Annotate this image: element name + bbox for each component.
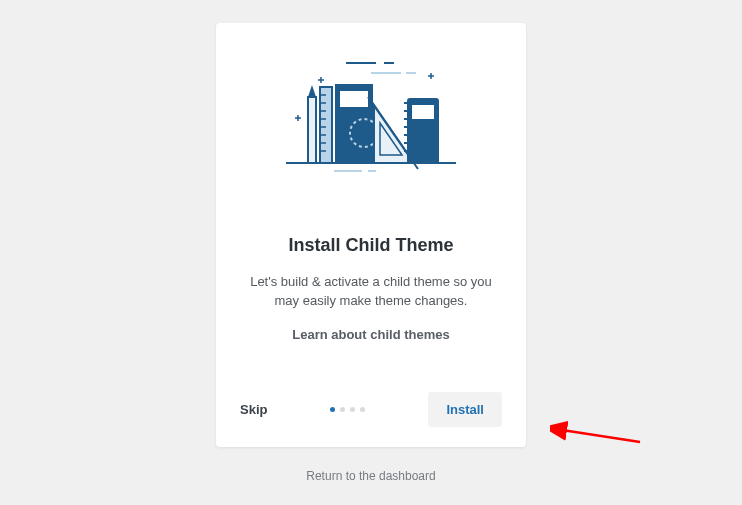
svg-rect-31 xyxy=(412,105,434,119)
skip-button[interactable]: Skip xyxy=(240,402,267,417)
step-dot-3 xyxy=(350,407,355,412)
card-description: Let's build & activate a child theme so … xyxy=(240,272,502,311)
svg-rect-13 xyxy=(308,97,316,163)
step-indicator xyxy=(330,407,365,412)
svg-line-42 xyxy=(562,430,640,442)
install-button[interactable]: Install xyxy=(428,392,502,427)
return-dashboard-link[interactable]: Return to the dashboard xyxy=(306,469,435,483)
step-dot-2 xyxy=(340,407,345,412)
svg-marker-14 xyxy=(308,85,316,97)
card-footer: Skip Install xyxy=(240,392,502,427)
card-title: Install Child Theme xyxy=(288,235,453,256)
svg-rect-25 xyxy=(340,91,368,107)
learn-more-link[interactable]: Learn about child themes xyxy=(292,327,449,342)
step-dot-4 xyxy=(360,407,365,412)
step-dot-1 xyxy=(330,407,335,412)
annotation-arrow-icon xyxy=(550,412,650,452)
onboarding-card: Install Child Theme Let's build & activa… xyxy=(216,23,526,447)
design-tools-illustration xyxy=(276,55,466,175)
